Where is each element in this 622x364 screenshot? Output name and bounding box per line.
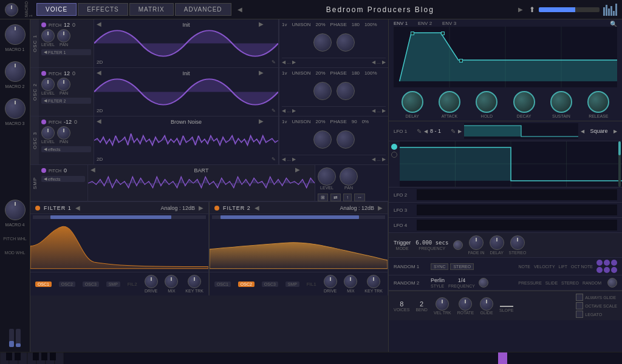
filter2-dot[interactable] [214, 206, 219, 211]
filter2-drive-knob[interactable] [324, 275, 337, 288]
random2-freq-knob[interactable] [479, 278, 488, 288]
macro4-main-knob[interactable] [5, 200, 26, 220]
legato-check[interactable] [576, 311, 583, 318]
osc2-phase-bot-right[interactable]: ◀ ... ▶ [372, 108, 386, 113]
osc1-phase-knob[interactable] [337, 33, 355, 52]
tab-effects[interactable]: EFFECTS [78, 3, 128, 16]
osc2-level-knob[interactable] [41, 78, 55, 91]
osc3-wave-nav-left[interactable]: ◀ [97, 118, 101, 124]
osc1-edit-icon[interactable]: ✎ [272, 59, 276, 65]
smp-btn4[interactable]: ↔ [354, 194, 365, 201]
smp-wave-nav-right[interactable]: ▶ [295, 166, 300, 173]
lfo2-display[interactable] [417, 189, 617, 200]
smp-level-knob[interactable] [318, 167, 336, 186]
glide-knob[interactable] [480, 297, 493, 311]
lfo1-shape-nav-left[interactable]: ◀ [581, 129, 584, 134]
smp-btn1[interactable]: ⊞ [318, 194, 328, 201]
random1-sync-btn[interactable]: SYNC [431, 263, 448, 270]
tab-advanced[interactable]: ADVANCED [175, 3, 231, 16]
rotate-knob[interactable] [459, 297, 472, 311]
filter1-nav-left[interactable]: ◀ [75, 204, 80, 211]
filter2-nav-right[interactable]: ▶ [378, 204, 383, 211]
toggle6[interactable] [611, 267, 617, 273]
osc1-level-knob[interactable] [41, 29, 55, 42]
filter1-drive-knob[interactable] [145, 275, 158, 288]
env-handle-2[interactable] [441, 32, 445, 35]
always-glide-check[interactable] [576, 294, 583, 301]
lfo4-stereo-knob[interactable] [510, 235, 525, 250]
smp-wave-nav-left[interactable]: ◀ [91, 166, 95, 173]
env-release-knob[interactable] [587, 91, 609, 113]
lfo1-ind2[interactable] [391, 152, 397, 158]
osc1-filter-tag[interactable]: ◀ FILTER 1 [41, 49, 91, 55]
osc3-level-knob[interactable] [41, 126, 55, 140]
osc1-unison-bot-left[interactable]: ◀ ... ▶ [282, 59, 296, 65]
osc2-filter-tag[interactable]: ◀ FILTER 2 [41, 98, 91, 104]
osc3-unison-knob1[interactable] [313, 130, 332, 149]
smp-active-dot[interactable] [41, 168, 46, 173]
env-sustain-knob[interactable] [550, 91, 572, 113]
filter1-dot[interactable] [35, 206, 40, 211]
filter2-range-slider[interactable] [212, 215, 385, 219]
filter2-fil1-tag[interactable]: FIL1 [307, 281, 316, 287]
lfo4-display[interactable] [417, 220, 617, 231]
lfo1-edit2-icon[interactable]: ✎ [451, 128, 456, 135]
osc1-wave-nav-left[interactable]: ◀ [97, 21, 101, 27]
osc3-phase-bot-right[interactable]: ◀ ... ▶ [372, 157, 386, 162]
filter2-mix-knob[interactable] [344, 275, 357, 288]
filter1-nav-right[interactable]: ▶ [199, 204, 203, 211]
env-handle-3[interactable] [459, 59, 463, 62]
osc3-unison-bot-left[interactable]: ◀ ... ▶ [282, 157, 296, 162]
lfo1-scroll[interactable] [618, 141, 621, 187]
filter2-osc2-tag[interactable]: OSC2 [238, 281, 255, 287]
filter1-graph[interactable] [30, 220, 208, 272]
toggle2[interactable] [604, 260, 610, 266]
osc2-phase-knob[interactable] [337, 82, 355, 100]
env-handle-1[interactable] [411, 32, 414, 35]
osc2-unison-bot-left[interactable]: ◀ ... ▶ [282, 108, 296, 113]
env-attack-knob[interactable] [439, 91, 460, 113]
toggle1[interactable] [596, 260, 603, 266]
smp-wave-display[interactable]: ◀ BART ▶ [87, 165, 315, 201]
lfo4-freq-knob[interactable] [453, 240, 463, 250]
osc3-wave-display[interactable]: ◀ Brown Noise ▶ 2D ✎ [94, 116, 279, 164]
nav-right-btn[interactable]: ▶ [516, 6, 525, 13]
lfo1-big-display[interactable] [400, 141, 622, 187]
tab-matrix[interactable]: MATRIX [129, 3, 174, 16]
osc1-phase-bot-right[interactable]: ◀ ... ▶ [372, 59, 386, 65]
env-display[interactable] [394, 27, 617, 87]
osc2-wave-display[interactable]: ◀ Init ▶ 2D ✎ [94, 68, 279, 116]
filter2-keytrk-knob[interactable] [367, 275, 380, 288]
osc3-pan-knob[interactable] [57, 126, 70, 140]
filter2-osc3-tag[interactable]: OSC3 [262, 281, 278, 287]
lfo1-ind1[interactable] [391, 144, 397, 150]
lfo4-fadein-knob[interactable] [469, 235, 484, 250]
filter1-osc2-tag[interactable]: OSC2 [59, 281, 75, 287]
osc1-wave-nav-right[interactable]: ▶ [259, 21, 264, 27]
osc1-wave-display[interactable]: ◀ Init ▶ 2D ✎ [94, 19, 279, 67]
filter2-graph[interactable] [210, 220, 388, 272]
random2-stereo-knob[interactable] [607, 278, 617, 288]
osc1-active-dot[interactable] [41, 22, 46, 27]
osc2-filter-nav-left[interactable]: ◀ [44, 98, 47, 103]
filter1-fil2-tag[interactable]: FIL2 [128, 281, 137, 287]
slider-2[interactable] [16, 329, 21, 347]
filter2-osc1-tag[interactable]: OSC1 [214, 281, 231, 287]
random1-stereo-btn[interactable]: STEREO [450, 263, 474, 270]
lfo1-nav-left[interactable]: ◀ [424, 129, 428, 134]
share-btn[interactable]: ⬆ [529, 5, 535, 14]
filter1-smp-tag[interactable]: SMP [106, 281, 120, 287]
slider-1[interactable] [9, 329, 14, 347]
env-hold-knob[interactable] [476, 91, 497, 113]
osc3-filter-tag[interactable]: ◀ effects [41, 146, 91, 152]
macro1-knob[interactable] [5, 3, 18, 16]
env-decay-knob[interactable] [513, 91, 535, 113]
toggle4[interactable] [596, 267, 603, 273]
octave-scale-check[interactable] [576, 302, 583, 309]
filter2-smp-tag[interactable]: SMP [285, 281, 299, 287]
osc1-filter-nav-left[interactable]: ◀ [44, 50, 47, 55]
macro1-main-knob[interactable] [5, 24, 26, 45]
macro2-main-knob[interactable] [5, 61, 26, 82]
env-delay-knob[interactable] [402, 91, 423, 113]
toggle5[interactable] [604, 267, 610, 273]
